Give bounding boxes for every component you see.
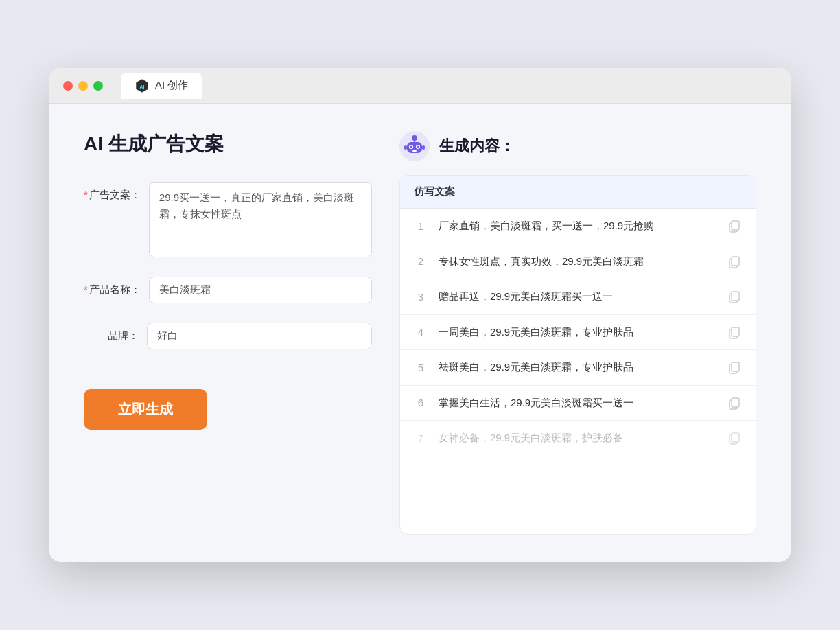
row-text: 专抹女性斑点，真实功效，29.9元美白淡斑霜: [439, 254, 716, 270]
copy-icon[interactable]: [727, 395, 742, 410]
result-header: 生成内容：: [399, 131, 756, 161]
ai-tab[interactable]: AI AI 创作: [121, 73, 202, 99]
row-text: 女神必备，29.9元美白淡斑霜，护肤必备: [439, 430, 716, 446]
svg-rect-11: [404, 145, 407, 150]
svg-rect-12: [422, 145, 425, 150]
svg-rect-20: [732, 327, 739, 336]
svg-point-3: [412, 135, 417, 141]
copy-icon[interactable]: [727, 254, 742, 269]
copy-icon[interactable]: [727, 289, 742, 304]
required-star-1: *: [84, 189, 88, 200]
svg-rect-16: [732, 257, 739, 266]
svg-rect-18: [732, 292, 739, 301]
row-number: 3: [414, 291, 428, 303]
row-text: 厂家直销，美白淡斑霜，买一送一，29.9元抢购: [439, 218, 716, 234]
title-bar: AI AI 创作: [49, 68, 791, 104]
table-header: 仿写文案: [400, 176, 756, 209]
row-number: 6: [414, 397, 428, 408]
maximize-button[interactable]: [93, 81, 103, 91]
svg-point-8: [417, 146, 419, 148]
table-row: 2 专抹女性斑点，真实功效，29.9元美白淡斑霜: [400, 244, 756, 280]
copy-icon[interactable]: [727, 360, 742, 375]
ad-copy-label: *广告文案：: [84, 182, 141, 202]
row-text: 一周美白，29.9元美白淡斑霜，专业护肤品: [439, 325, 716, 340]
product-name-label: *产品名称：: [84, 277, 141, 296]
brand-label: 品牌：: [84, 323, 139, 342]
row-number: 4: [414, 326, 428, 338]
ai-tab-icon: AI: [135, 78, 150, 93]
row-number: 2: [414, 255, 428, 267]
table-row: 4 一周美白，29.9元美白淡斑霜，专业护肤品: [400, 315, 756, 351]
generate-button[interactable]: 立即生成: [84, 389, 207, 430]
svg-rect-22: [732, 362, 739, 371]
robot-icon: [399, 131, 430, 161]
table-row: 7 女神必备，29.9元美白淡斑霜，护肤必备: [400, 421, 756, 456]
product-name-input[interactable]: [149, 277, 372, 303]
right-panel: 生成内容： 仿写文案 1 厂家直销，美白淡斑霜，买一送一，29.9元抢购 2 专…: [399, 131, 756, 535]
copy-icon[interactable]: [727, 325, 742, 340]
ad-copy-group: *广告文案： 29.9买一送一，真正的厂家直销，美白淡斑霜，专抹女性斑点: [84, 182, 372, 257]
table-row: 3 赠品再送，29.9元美白淡斑霜买一送一: [400, 279, 756, 315]
svg-point-7: [410, 146, 412, 148]
content-area: AI 生成广告文案 *广告文案： 29.9买一送一，真正的厂家直销，美白淡斑霜，…: [49, 104, 791, 562]
required-star-2: *: [84, 283, 88, 295]
copy-icon[interactable]: [727, 430, 742, 445]
tab-label: AI 创作: [155, 79, 188, 92]
row-number: 7: [414, 432, 428, 444]
traffic-lights: [63, 81, 103, 91]
row-text: 赠品再送，29.9元美白淡斑霜买一送一: [439, 289, 716, 305]
brand-group: 品牌：: [84, 323, 372, 349]
row-number: 1: [414, 220, 428, 232]
result-title: 生成内容：: [439, 136, 515, 156]
row-text: 掌握美白生活，29.9元美白淡斑霜买一送一: [439, 395, 716, 411]
product-name-group: *产品名称：: [84, 277, 372, 303]
minimize-button[interactable]: [78, 81, 88, 91]
svg-text:AI: AI: [139, 83, 144, 89]
table-row: 6 掌握美白生活，29.9元美白淡斑霜买一送一: [400, 386, 756, 421]
left-panel: AI 生成广告文案 *广告文案： 29.9买一送一，真正的厂家直销，美白淡斑霜，…: [84, 131, 372, 535]
svg-rect-24: [732, 398, 739, 407]
close-button[interactable]: [63, 81, 73, 91]
ad-copy-input[interactable]: 29.9买一送一，真正的厂家直销，美白淡斑霜，专抹女性斑点: [149, 182, 372, 257]
page-title: AI 生成广告文案: [84, 131, 372, 157]
browser-window: AI AI 创作 AI 生成广告文案 *广告文案： 29.9买一送一，真正的厂家…: [49, 68, 791, 562]
svg-rect-26: [732, 433, 739, 442]
copy-icon[interactable]: [727, 218, 742, 233]
row-text: 祛斑美白，29.9元美白淡斑霜，专业护肤品: [439, 360, 716, 375]
table-row: 1 厂家直销，美白淡斑霜，买一送一，29.9元抢购: [400, 209, 756, 244]
table-row: 5 祛斑美白，29.9元美白淡斑霜，专业护肤品: [400, 350, 756, 386]
result-table: 仿写文案 1 厂家直销，美白淡斑霜，买一送一，29.9元抢购 2 专抹女性斑点，…: [399, 175, 756, 535]
brand-input[interactable]: [147, 323, 372, 349]
svg-rect-9: [412, 150, 417, 152]
svg-rect-14: [732, 221, 739, 230]
row-number: 5: [414, 362, 428, 373]
